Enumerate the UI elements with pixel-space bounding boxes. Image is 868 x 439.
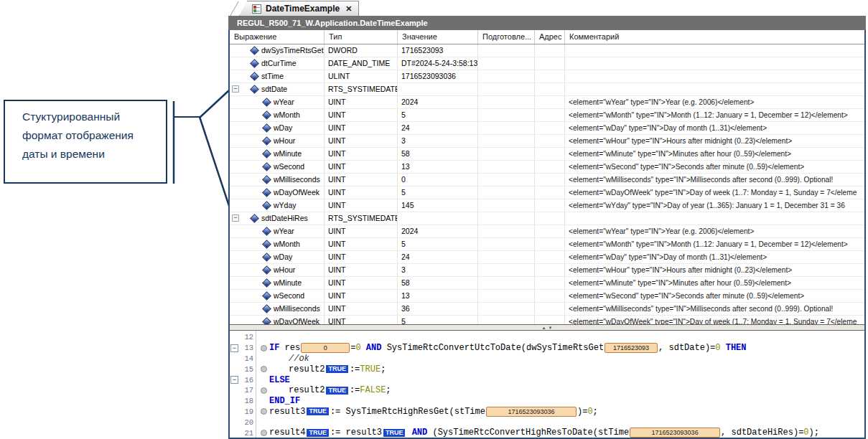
address-cell: [535, 238, 565, 250]
table-row[interactable]: wDayUINT24<element="wDay" type="IN">Day …: [230, 122, 864, 135]
column-header[interactable]: Адрес: [535, 30, 565, 44]
breakpoint-margin[interactable]: [258, 387, 269, 394]
inline-monitor-value[interactable]: 1716523093036: [486, 407, 577, 417]
watch-table: ВыражениеТипЗначениеПодготовле...АдресКо…: [228, 30, 866, 324]
table-row[interactable]: wSecondUINT13<element="wSecond" type="IN…: [230, 161, 864, 174]
execution-point-icon: [261, 430, 267, 436]
comment-cell: <element="wHour" type="IN">Hours after m…: [565, 264, 864, 276]
table-row[interactable]: wMonthUINT5<element="wMonth" type="IN">M…: [230, 238, 864, 251]
expression-cell: wMilliseconds: [230, 174, 325, 186]
table-row[interactable]: wYdayUINT145<element="wYday" type="IN">D…: [230, 199, 864, 212]
variable-icon: [262, 98, 271, 107]
table-row[interactable]: −sdtDateRTS_SYSTIMEDATE: [230, 83, 864, 96]
screenshot-root: Стуктурированный формат отображения даты…: [0, 0, 868, 439]
code-token: result4: [269, 428, 305, 438]
variable-icon: [262, 188, 271, 197]
code-line[interactable]: 17result2TRUE:=FALSE;: [230, 385, 864, 396]
code-line[interactable]: 21result4TRUE:= result3TRUE AND (SysTime…: [230, 428, 864, 438]
table-row[interactable]: wHourUINT3<element="wHour" type="IN">Hou…: [230, 135, 864, 148]
table-row[interactable]: stTimeULINT1716523093036: [230, 70, 864, 83]
comment-cell: [565, 44, 864, 57]
table-row[interactable]: wMillisecondsUINT36<element="wMillisecon…: [230, 303, 864, 316]
code-token: TRUE: [360, 364, 381, 374]
code-line[interactable]: 19result3TRUE:= SysTimeRtcHighResGet(stT…: [230, 407, 864, 417]
prepared-value-cell: [478, 83, 535, 95]
prepared-value-cell: [478, 70, 535, 82]
comment-cell: <element="wMilliseconds" type="IN">Milli…: [565, 303, 864, 315]
value-cell: 58: [398, 148, 478, 160]
code-token: FALSE: [360, 385, 386, 395]
prepared-value-cell: [478, 96, 535, 108]
value-cell: 0: [398, 174, 478, 186]
code-line[interactable]: 18END_IF: [230, 396, 864, 407]
table-row[interactable]: wMonthUINT5<element="wMonth" type="IN">M…: [230, 109, 864, 122]
breakpoint-margin[interactable]: [258, 408, 269, 415]
editor-panel: DateTimeExample ✕ REGUL_R500_71_W.Applic…: [228, 0, 866, 439]
comment-cell: <element="wSecond" type="IN">Seconds aft…: [565, 161, 864, 173]
code-token: := SysTimeRtcHighResGet(stTime: [330, 407, 485, 417]
table-row[interactable]: wDayOfWeekUINT5<element="wDayOfWeek" typ…: [230, 187, 864, 199]
line-number: 21: [239, 429, 255, 438]
splitter-down-icon[interactable]: ▼: [549, 326, 553, 330]
code-line[interactable]: −13IF res0=0 AND SysTimeRtcConvertUtcToD…: [230, 343, 864, 354]
table-row[interactable]: wSecondUINT13<element="wSecond" type="IN…: [230, 290, 864, 303]
comment-cell: [565, 212, 864, 225]
code-line[interactable]: 14//ok: [230, 354, 864, 364]
value-cell: 2024: [398, 96, 478, 108]
breakpoint-margin[interactable]: [258, 430, 269, 436]
breakpoint-margin[interactable]: [258, 366, 269, 372]
inline-monitor-value[interactable]: 1716523093036: [630, 428, 720, 438]
splitter-handle[interactable]: ▲ ▼: [228, 324, 866, 331]
type-cell: UINT: [325, 161, 398, 173]
column-header[interactable]: Тип: [325, 30, 398, 44]
table-row[interactable]: dwSysTimeRtsGetDWORD1716523093: [230, 44, 864, 57]
column-header[interactable]: Значение: [398, 30, 478, 44]
comment-cell: <element="wMonth" type="IN">Month (1..12…: [565, 238, 864, 250]
code-token: ;: [381, 364, 386, 374]
tab-datetimeexample[interactable]: DateTimeExample ✕: [239, 1, 359, 16]
prepared-value-cell: [478, 44, 535, 57]
code-editor[interactable]: 12−13IF res0=0 AND SysTimeRtcConvertUtcT…: [228, 331, 866, 439]
code-token: SysTimeRtcConvertUtcToDate(dwSysTimeRtsG…: [381, 343, 604, 353]
tab-close-icon[interactable]: ✕: [345, 4, 352, 14]
tab-strip-diagonal: [230, 1, 239, 16]
prepared-value-cell: [478, 264, 535, 276]
value-cell: 5: [398, 238, 478, 250]
table-row[interactable]: −sdtDateHiResRTS_SYSTIMEDATE: [230, 212, 864, 225]
table-row[interactable]: wMillisecondsUINT0<element="wMillisecond…: [230, 174, 864, 187]
column-header[interactable]: Выражение: [230, 30, 325, 44]
splitter-up-icon[interactable]: ▲: [542, 326, 546, 330]
inline-monitor-value[interactable]: 0: [301, 343, 350, 353]
code-line[interactable]: 20: [230, 417, 864, 428]
table-row[interactable]: wHourUINT3<element="wHour" type="IN">Hou…: [230, 264, 864, 277]
table-row[interactable]: wDayUINT24<element="wDay" type="IN">Day …: [230, 251, 864, 264]
address-cell: [535, 70, 565, 82]
column-header[interactable]: Комментарий: [565, 30, 864, 44]
table-row[interactable]: wYearUINT2024<element="wYear" type="IN">…: [230, 225, 864, 238]
line-number: 13: [239, 344, 255, 352]
expression-cell: wMinute: [230, 148, 325, 160]
code-token: result2: [289, 364, 325, 374]
table-row[interactable]: wMinuteUINT58<element="wMinute" type="IN…: [230, 148, 864, 161]
table-row[interactable]: wMinuteUINT58<element="wMinute" type="IN…: [230, 277, 864, 290]
table-row[interactable]: wDayOfWeekUINT5<element="wDayOfWeek" typ…: [230, 316, 864, 324]
fold-collapse-icon[interactable]: −: [230, 344, 238, 352]
table-row[interactable]: wYearUINT2024<element="wYear" type="IN">…: [230, 96, 864, 109]
fold-collapse-icon[interactable]: −: [230, 376, 238, 384]
callout-note: Стуктурированный формат отображения даты…: [4, 100, 167, 184]
column-header[interactable]: Подготовле...: [478, 30, 535, 44]
collapse-toggle-icon[interactable]: −: [232, 214, 239, 222]
value-cell: 3: [398, 135, 478, 147]
variable-icon: [250, 59, 259, 68]
variable-icon: [262, 291, 271, 301]
code-line[interactable]: −16ELSE: [230, 374, 864, 385]
table-row[interactable]: dtCurTimeDATE_AND_TIMEDT#2024-5-24-3:58:…: [230, 57, 864, 70]
inline-monitor-value[interactable]: 1716523093: [605, 343, 658, 353]
code-token: 0: [587, 407, 592, 417]
code-line[interactable]: 12: [230, 332, 864, 343]
comment-cell: <element="wMonth" type="IN">Month (1..12…: [565, 109, 864, 121]
type-cell: UINT: [325, 148, 398, 160]
code-line[interactable]: 15result2TRUE:=TRUE;: [230, 364, 864, 374]
collapse-toggle-icon[interactable]: −: [232, 85, 239, 93]
breakpoint-margin[interactable]: [258, 345, 269, 351]
